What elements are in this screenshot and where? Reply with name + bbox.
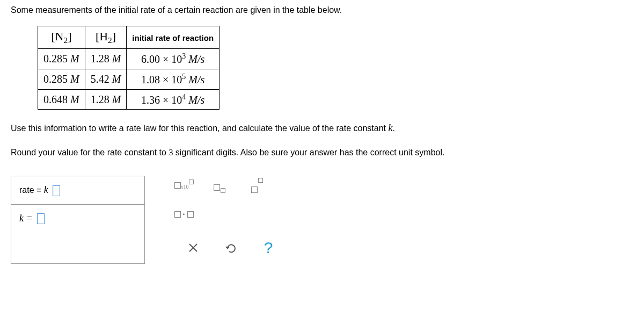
table-body: 0.285 M 1.28 M 6.00 × 103 M/s 0.285 M 5.… bbox=[38, 49, 219, 110]
header-n2: [N2] bbox=[38, 26, 85, 49]
subscript-button[interactable] bbox=[209, 176, 233, 197]
rate-input[interactable] bbox=[53, 185, 60, 196]
header-h2: [H2] bbox=[85, 26, 127, 49]
table-row: 0.285 M 5.42 M 1.08 × 105 M/s bbox=[38, 69, 219, 90]
dot-product-button[interactable]: · bbox=[172, 204, 196, 225]
data-table: [N2] [H2] initial rate of reaction 0.285… bbox=[38, 26, 219, 110]
help-icon: ? bbox=[264, 239, 273, 257]
clear-button[interactable] bbox=[182, 237, 204, 259]
question-line-1: Use this information to write a rate law… bbox=[11, 120, 633, 136]
symbol-palette: x10 · bbox=[172, 176, 290, 264]
superscript-button[interactable] bbox=[247, 176, 271, 197]
k-answer-row[interactable]: k = bbox=[11, 205, 144, 233]
undo-icon bbox=[225, 242, 237, 254]
help-button[interactable]: ? bbox=[258, 237, 279, 259]
k-label: k = bbox=[19, 213, 35, 224]
intro-text: Some measurements of the initial rate of… bbox=[11, 5, 633, 15]
rate-k-var: k bbox=[44, 184, 48, 195]
table-row: 0.285 M 1.28 M 6.00 × 103 M/s bbox=[38, 49, 219, 69]
rate-answer-row[interactable]: rate = k bbox=[11, 176, 144, 205]
answer-container: rate = k k = bbox=[11, 176, 145, 264]
undo-button[interactable] bbox=[220, 237, 241, 259]
question-line-2: Round your value for the rate constant t… bbox=[11, 146, 633, 160]
k-input[interactable] bbox=[37, 213, 45, 224]
rate-label: rate = bbox=[19, 185, 44, 195]
table-row: 0.648 M 1.28 M 1.36 × 104 M/s bbox=[38, 89, 219, 110]
x-icon bbox=[188, 243, 198, 253]
header-rate: initial rate of reaction bbox=[127, 26, 219, 49]
sci-notation-button[interactable]: x10 bbox=[172, 176, 196, 197]
